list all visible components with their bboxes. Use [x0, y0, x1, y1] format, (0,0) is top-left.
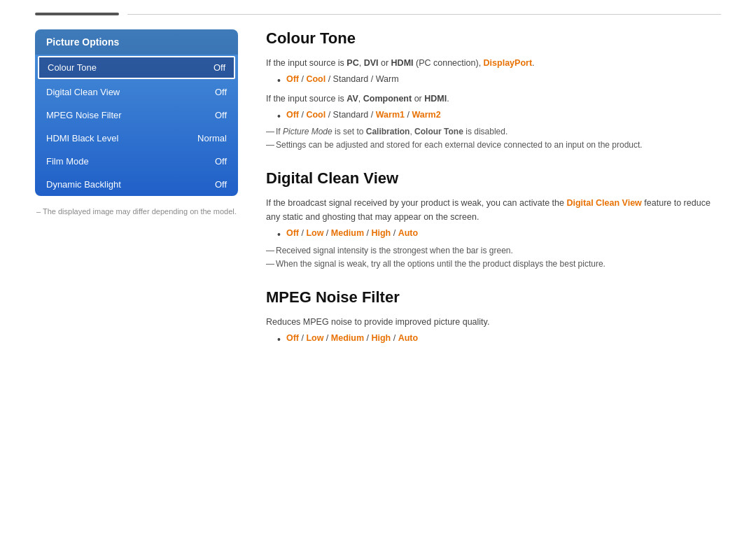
digital-clean-view-para1: If the broadcast signal received by your… — [266, 196, 721, 224]
menu-item-colour-tone-value: Off — [214, 62, 225, 73]
colour-tone-bullet1-text: Off / Cool / Standard / Warm — [286, 74, 399, 84]
menu-item-colour-tone[interactable]: Colour Tone Off — [38, 56, 235, 79]
menu-item-mpeg-noise-filter[interactable]: MPEG Noise Filter Off — [35, 104, 238, 127]
progress-indicator — [35, 13, 119, 15]
digital-clean-view-note1: Received signal intensity is the stronge… — [266, 246, 721, 255]
menu-item-digital-clean-view-value: Off — [215, 87, 227, 97]
mpeg-noise-filter-bullet1-text: Off / Low / Medium / High / Auto — [286, 333, 418, 343]
menu-item-colour-tone-label: Colour Tone — [48, 62, 97, 73]
main-layout: Picture Options Colour Tone Off Digital … — [0, 29, 756, 366]
section-colour-tone-title: Colour Tone — [266, 29, 721, 48]
menu-item-mpeg-noise-filter-label: MPEG Noise Filter — [46, 110, 122, 120]
section-mpeg-noise-filter-title: MPEG Noise Filter — [266, 288, 721, 307]
colour-tone-bullet2-text: Off / Cool / Standard / Warm1 / Warm2 — [286, 110, 441, 120]
section-digital-clean-view-title: Digital Clean View — [266, 169, 721, 188]
colour-tone-bullet1: Off / Cool / Standard / Warm — [277, 74, 721, 88]
menu-item-digital-clean-view-label: Digital Clean View — [46, 87, 120, 97]
menu-item-digital-clean-view[interactable]: Digital Clean View Off — [35, 80, 238, 104]
menu-item-hdmi-black-level-label: HDMI Black Level — [46, 133, 118, 143]
menu-item-dynamic-backlight[interactable]: Dynamic Backlight Off — [35, 173, 238, 196]
picture-options-title: Picture Options — [35, 29, 238, 55]
mpeg-noise-filter-bullet1: Off / Low / Medium / High / Auto — [277, 333, 721, 347]
colour-tone-note2: Settings can be adjusted and stored for … — [266, 140, 721, 150]
left-panel-note: The displayed image may differ depending… — [35, 207, 238, 216]
menu-item-film-mode[interactable]: Film Mode Off — [35, 150, 238, 173]
menu-item-mpeg-noise-filter-value: Off — [215, 110, 227, 120]
top-divider — [127, 14, 721, 15]
section-mpeg-noise-filter: MPEG Noise Filter Reduces MPEG noise to … — [266, 288, 721, 347]
picture-options-box: Picture Options Colour Tone Off Digital … — [35, 29, 238, 196]
mpeg-noise-filter-para1: Reduces MPEG noise to provide improved p… — [266, 315, 721, 329]
colour-tone-bullet2: Off / Cool / Standard / Warm1 / Warm2 — [277, 110, 721, 124]
colour-tone-note1: If Picture Mode is set to Calibration, C… — [266, 127, 721, 136]
left-panel: Picture Options Colour Tone Off Digital … — [35, 29, 238, 366]
digital-clean-view-bullet1: Off / Low / Medium / High / Auto — [277, 228, 721, 242]
colour-tone-para1: If the input source is PC, DVI or HDMI (… — [266, 56, 721, 70]
menu-item-dynamic-backlight-value: Off — [215, 179, 227, 190]
menu-item-hdmi-black-level-value: Normal — [197, 133, 227, 143]
right-content: Colour Tone If the input source is PC, D… — [266, 29, 721, 366]
menu-item-hdmi-black-level[interactable]: HDMI Black Level Normal — [35, 127, 238, 150]
menu-item-dynamic-backlight-label: Dynamic Backlight — [46, 179, 121, 190]
top-bar — [0, 0, 756, 22]
digital-clean-view-bullet1-text: Off / Low / Medium / High / Auto — [286, 228, 418, 238]
menu-item-film-mode-label: Film Mode — [46, 156, 89, 167]
section-digital-clean-view: Digital Clean View If the broadcast sign… — [266, 169, 721, 269]
digital-clean-view-note2: When the signal is weak, try all the opt… — [266, 259, 721, 269]
colour-tone-para2: If the input source is AV, Component or … — [266, 92, 721, 106]
menu-item-film-mode-value: Off — [215, 156, 227, 167]
section-colour-tone: Colour Tone If the input source is PC, D… — [266, 29, 721, 150]
